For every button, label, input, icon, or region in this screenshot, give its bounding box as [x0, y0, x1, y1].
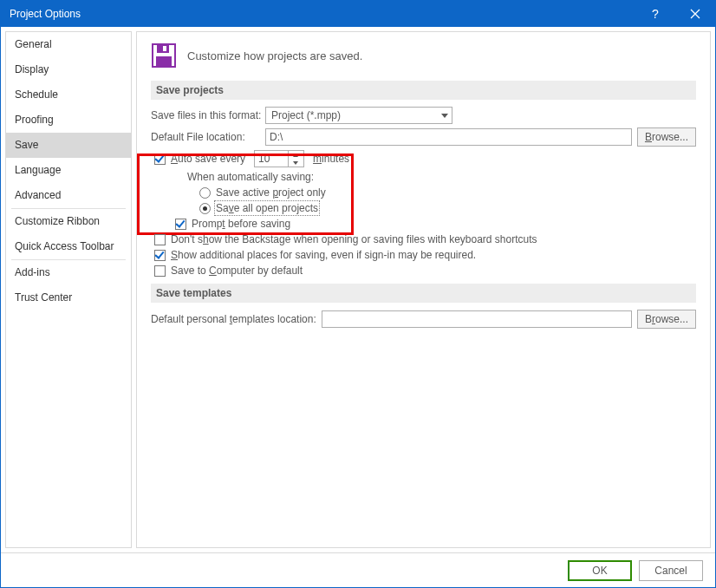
- default-location-input[interactable]: [265, 128, 632, 146]
- save-active-only-row: Save active project only: [151, 186, 696, 199]
- sidebar-item-label: Save: [15, 139, 38, 151]
- autosave-minutes-spinner[interactable]: [254, 150, 304, 167]
- sidebar-item-label: Language: [15, 164, 61, 176]
- chevron-down-icon: [293, 161, 298, 165]
- sidebar-item-label: Customize Ribbon: [15, 215, 100, 227]
- save-to-computer-row: Save to Computer by default: [151, 265, 696, 277]
- spinner-up-button[interactable]: [289, 151, 303, 159]
- save-active-only-radio[interactable]: [199, 187, 211, 199]
- section-save-templates: Save templates: [151, 284, 696, 303]
- save-format-dropdown[interactable]: Project (*.mpp): [265, 107, 452, 124]
- save-format-row: Save files in this format: Project (*.mp…: [151, 107, 696, 124]
- section-save-projects: Save projects: [151, 81, 696, 100]
- sidebar-item-label: Add-ins: [15, 266, 50, 278]
- sidebar-item-label: General: [15, 38, 52, 50]
- sidebar-item-proofing[interactable]: Proofing: [6, 108, 131, 133]
- window-body: General Display Schedule Proofing Save L…: [1, 27, 715, 552]
- autosave-row: Auto save every minutes: [151, 150, 696, 167]
- autosave-label: Auto save every: [171, 153, 245, 165]
- minutes-label: minutes: [313, 153, 349, 165]
- show-additional-places-label: Show additional places for saving, even …: [171, 249, 476, 261]
- dialog-footer: OK Cancel: [1, 552, 715, 587]
- templates-location-input[interactable]: [322, 310, 632, 328]
- chevron-down-icon: [441, 114, 448, 118]
- autosave-minutes-input[interactable]: [255, 151, 288, 167]
- save-to-computer-checkbox[interactable]: [154, 265, 166, 277]
- svg-rect-2: [163, 46, 166, 51]
- prompt-before-saving-checkbox[interactable]: [175, 219, 186, 230]
- templates-location-row: Default personal templates location: Bro…: [151, 310, 696, 329]
- sidebar-item-label: Display: [15, 63, 49, 75]
- sidebar-item-customize-ribbon[interactable]: Customize Ribbon: [6, 209, 131, 234]
- sidebar-item-save[interactable]: Save: [6, 133, 131, 158]
- autosave-checkbox[interactable]: [154, 154, 166, 165]
- save-format-value: Project (*.mpp): [271, 109, 341, 121]
- show-additional-places-checkbox[interactable]: [154, 250, 166, 261]
- help-button[interactable]: ?: [635, 1, 675, 27]
- project-options-window: Project Options ? General Display Schedu…: [0, 0, 716, 588]
- templates-location-label: Default personal templates location:: [151, 313, 316, 325]
- sidebar: General Display Schedule Proofing Save L…: [5, 31, 132, 548]
- page-header: Customize how projects are saved.: [151, 42, 696, 69]
- svg-rect-3: [156, 56, 172, 67]
- sidebar-item-label: Proofing: [15, 114, 54, 126]
- default-location-label: Default File location:: [151, 131, 265, 143]
- sidebar-item-display[interactable]: Display: [6, 57, 131, 82]
- sidebar-item-schedule[interactable]: Schedule: [6, 82, 131, 108]
- cancel-button[interactable]: Cancel: [639, 560, 703, 581]
- sidebar-item-general[interactable]: General: [6, 32, 131, 57]
- sidebar-item-label: Quick Access Toolbar: [15, 240, 114, 252]
- close-button[interactable]: [675, 1, 715, 27]
- sidebar-item-trust-center[interactable]: Trust Center: [6, 285, 131, 310]
- sidebar-item-addins[interactable]: Add-ins: [6, 260, 131, 285]
- titlebar: Project Options ?: [1, 1, 715, 27]
- prompt-before-saving-row: Prompt before saving: [151, 218, 696, 230]
- sidebar-item-language[interactable]: Language: [6, 158, 131, 183]
- browse-location-button[interactable]: Browse...: [637, 127, 696, 147]
- sidebar-item-advanced[interactable]: Advanced: [6, 183, 131, 208]
- chevron-up-icon: [293, 154, 298, 157]
- sidebar-item-label: Trust Center: [15, 291, 72, 304]
- default-location-row: Default File location: Browse...: [151, 127, 696, 147]
- dont-show-backstage-row: Don't show the Backstage when opening or…: [151, 233, 696, 245]
- prompt-before-saving-label: Prompt before saving: [192, 218, 290, 230]
- show-additional-places-row: Show additional places for saving, even …: [151, 249, 696, 261]
- save-all-open-label: Save all open projects: [216, 202, 318, 214]
- save-active-only-label: Save active project only: [216, 186, 326, 199]
- page-header-text: Customize how projects are saved.: [187, 49, 362, 62]
- when-auto-label: When automatically saving:: [151, 171, 696, 183]
- save-all-open-radio[interactable]: [199, 203, 211, 214]
- autosave-block: Auto save every minutes When automatical…: [151, 150, 696, 214]
- dont-show-backstage-checkbox[interactable]: [154, 234, 166, 245]
- main-panel: Customize how projects are saved. Save p…: [136, 31, 711, 548]
- browse-templates-button[interactable]: Browse...: [637, 310, 696, 329]
- save-format-label: Save files in this format:: [151, 109, 265, 121]
- save-icon: [151, 42, 177, 69]
- spinner-down-button[interactable]: [289, 159, 303, 167]
- sidebar-item-label: Schedule: [15, 88, 58, 101]
- dont-show-backstage-label: Don't show the Backstage when opening or…: [171, 233, 537, 245]
- sidebar-item-quick-access[interactable]: Quick Access Toolbar: [6, 234, 131, 259]
- save-all-open-row: Save all open projects: [151, 202, 696, 214]
- save-to-computer-label: Save to Computer by default: [171, 265, 303, 277]
- sidebar-item-label: Advanced: [15, 189, 61, 201]
- ok-button[interactable]: OK: [568, 560, 632, 581]
- window-title: Project Options: [10, 8, 635, 20]
